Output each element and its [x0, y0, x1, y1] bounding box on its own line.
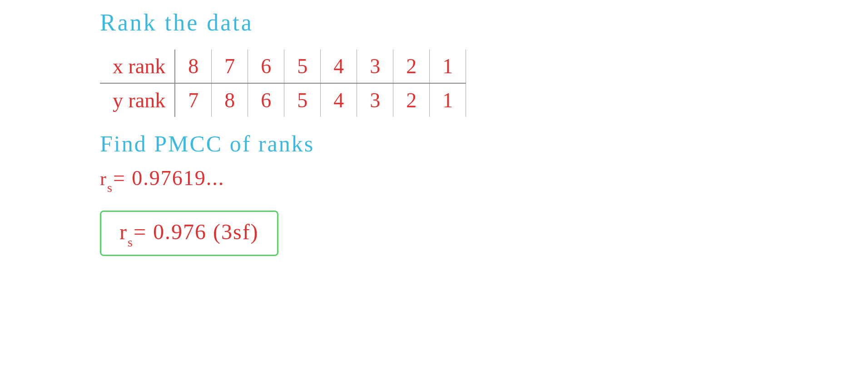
rs-subscript-s: s	[107, 181, 113, 195]
x-val-7: 2	[393, 50, 430, 83]
y-val-7: 2	[393, 83, 430, 117]
x-rank-row: x rank 8 7 6 5 4 3 2 1	[100, 50, 466, 83]
rs-approx: rs= 0.97619...	[100, 166, 600, 192]
x-rank-label: x rank	[100, 50, 175, 83]
y-val-2: 8	[212, 83, 248, 117]
x-val-6: 3	[357, 50, 393, 83]
rank-table: x rank 8 7 6 5 4 3 2 1 y rank 7 8 6 5 4 …	[100, 50, 466, 117]
x-val-2: 7	[212, 50, 248, 83]
y-val-5: 4	[321, 83, 357, 117]
y-val-1: 7	[175, 83, 212, 117]
answer-rs-sub: s	[128, 235, 134, 249]
x-val-3: 6	[248, 50, 284, 83]
x-val-1: 8	[175, 50, 212, 83]
y-rank-row: y rank 7 8 6 5 4 3 2 1	[100, 83, 466, 117]
y-rank-label: y rank	[100, 83, 175, 117]
boxed-answer: rs= 0.976 (3sf)	[100, 211, 278, 256]
x-val-8: 1	[430, 50, 466, 83]
y-val-4: 5	[284, 83, 321, 117]
x-val-5: 4	[321, 50, 357, 83]
y-val-8: 1	[430, 83, 466, 117]
find-pmcc-label: Find PMCC of ranks	[100, 131, 600, 157]
rs-approx-value: = 0.97619...	[113, 166, 224, 190]
x-val-4: 5	[284, 50, 321, 83]
answer-text: rs= 0.976 (3sf)	[119, 220, 259, 244]
y-val-6: 3	[357, 83, 393, 117]
page-title: Rank the data	[100, 9, 600, 36]
rs-label: rs	[100, 168, 113, 189]
answer-value: = 0.976 (3sf)	[134, 220, 259, 244]
main-content: Rank the data x rank 8 7 6 5 4 3 2 1 y r…	[100, 9, 600, 256]
y-val-3: 6	[248, 83, 284, 117]
